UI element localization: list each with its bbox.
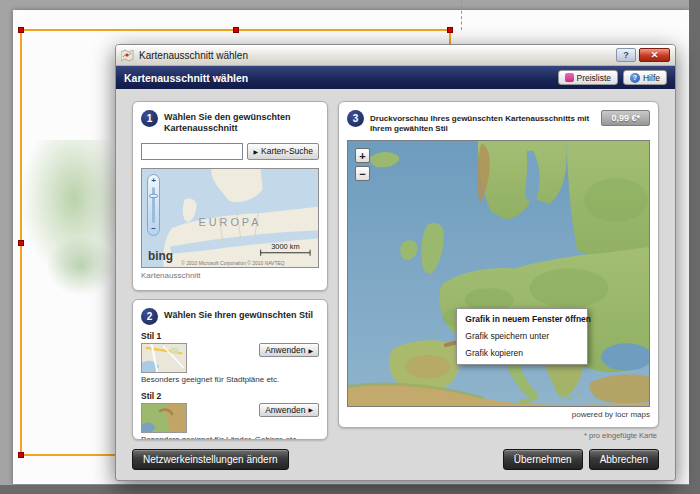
step3-title: Druckvorschau Ihres gewünschten Kartenau… bbox=[370, 110, 595, 134]
header-title: Kartenausschnitt wählen bbox=[124, 72, 248, 84]
context-menu-item-open[interactable]: Grafik in neuem Fenster öffnen bbox=[459, 311, 585, 328]
app-frame-edge bbox=[0, 485, 700, 494]
preisliste-label: Preisliste bbox=[577, 73, 611, 83]
bing-logo: bing bbox=[148, 248, 173, 262]
titlebar-help-button[interactable]: ? bbox=[616, 48, 636, 62]
price-footnote: * pro eingefügte Karte bbox=[338, 428, 659, 440]
price-tag-icon bbox=[565, 73, 574, 82]
right-column: 3 Druckvorschau Ihres gewünschten Karten… bbox=[338, 101, 659, 440]
step2-number-badge: 2 bbox=[141, 308, 158, 325]
close-icon: ✕ bbox=[651, 50, 659, 60]
zoom-slider-track[interactable] bbox=[152, 187, 155, 223]
play-icon: ▶ bbox=[308, 406, 313, 413]
step3-number-badge: 3 bbox=[347, 110, 364, 127]
play-icon: ▶ bbox=[253, 148, 258, 155]
style1-thumbnail[interactable] bbox=[141, 343, 187, 373]
dialog-header-bar: Kartenausschnitt wählen Preisliste ? Hil… bbox=[116, 66, 675, 89]
scale-label: 3000 km bbox=[271, 241, 299, 250]
header-buttons: Preisliste ? Hilfe bbox=[558, 70, 668, 85]
powered-by-label: powered by locr maps bbox=[347, 407, 650, 419]
context-menu-item-copy[interactable]: Grafik kopieren bbox=[459, 345, 585, 362]
style2-apply-button[interactable]: Anwenden ▶ bbox=[259, 403, 319, 417]
step1-panel: 1 Wählen Sie den gewünschten Kartenaussc… bbox=[132, 101, 328, 291]
style2-thumbnail[interactable] bbox=[141, 403, 187, 433]
step2-panel: 2 Wählen Sie Ihren gewünschten Stil Stil… bbox=[132, 299, 328, 440]
preview-zoom-controls: + − bbox=[355, 148, 370, 181]
network-settings-button[interactable]: Netzwerkeinstellungen ändern bbox=[132, 449, 289, 470]
dialog-content: 1 Wählen Sie den gewünschten Kartenaussc… bbox=[116, 89, 675, 442]
style1-apply-button[interactable]: Anwenden ▶ bbox=[259, 343, 319, 357]
play-icon: ▶ bbox=[308, 347, 313, 354]
left-column: 1 Wählen Sie den gewünschten Kartenaussc… bbox=[132, 101, 328, 440]
step1-title: Wählen Sie den gewünschten Kartenausschn… bbox=[164, 110, 319, 135]
zoom-slider-handle[interactable] bbox=[149, 194, 158, 198]
price-badge: 0,99 €* bbox=[601, 110, 650, 126]
style1-name: Stil 1 bbox=[141, 331, 319, 341]
map-search-input[interactable] bbox=[141, 143, 243, 160]
overview-map[interactable]: EUROPA 3000 km bing © 2010 Microsoft Cor… bbox=[141, 168, 319, 268]
map-selection-dialog: Kartenausschnitt wählen ? ✕ Kartenaussch… bbox=[115, 44, 676, 481]
zoom-in-button[interactable]: + bbox=[355, 148, 370, 163]
apply-button[interactable]: Übernehmen bbox=[503, 449, 583, 470]
region-label: EUROPA bbox=[199, 216, 262, 228]
app-frame-edge bbox=[689, 0, 700, 494]
zoom-out-icon[interactable]: − bbox=[151, 225, 156, 233]
hilfe-button[interactable]: ? Hilfe bbox=[623, 70, 667, 85]
preisliste-button[interactable]: Preisliste bbox=[558, 70, 618, 85]
question-icon: ? bbox=[623, 50, 629, 60]
overview-map-image: EUROPA 3000 km bing © 2010 Microsoft Cor… bbox=[142, 169, 318, 267]
map-copyright: © 2010 Microsoft Corporation © 2010 NAVT… bbox=[181, 259, 284, 265]
zoom-out-button[interactable]: − bbox=[355, 166, 370, 181]
step3-panel: 3 Druckvorschau Ihres gewünschten Karten… bbox=[338, 101, 659, 428]
cancel-button[interactable]: Abbrechen bbox=[589, 449, 659, 470]
step2-title: Wählen Sie Ihren gewünschten Stil bbox=[164, 308, 313, 321]
dialog-footer: Netzwerkeinstellungen ändern Übernehmen … bbox=[116, 442, 675, 480]
map-search-label: Karten-Suche bbox=[261, 146, 313, 156]
close-button[interactable]: ✕ bbox=[639, 48, 670, 62]
map-icon bbox=[121, 49, 134, 62]
minimap-caption: Kartenausschnitt bbox=[141, 271, 319, 280]
step1-number-badge: 1 bbox=[141, 110, 158, 127]
selection-handle[interactable] bbox=[18, 452, 24, 458]
guide-line bbox=[461, 0, 462, 30]
style2-description: Besonders geeignet für Länder, Gebirge e… bbox=[141, 435, 319, 440]
selection-handle[interactable] bbox=[18, 240, 24, 246]
style1-apply-label: Anwenden bbox=[265, 345, 305, 355]
style2-name: Stil 2 bbox=[141, 391, 319, 401]
dialog-titlebar[interactable]: Kartenausschnitt wählen ? ✕ bbox=[116, 45, 675, 66]
selection-handle[interactable] bbox=[233, 27, 239, 33]
style1-description: Besonders geeignet für Stadtpläne etc. bbox=[141, 375, 319, 385]
selection-handle[interactable] bbox=[18, 27, 24, 33]
dialog-title: Kartenausschnitt wählen bbox=[139, 50, 248, 61]
map-zoom-control[interactable]: + − bbox=[147, 174, 160, 236]
style2-apply-label: Anwenden bbox=[265, 405, 305, 415]
map-preview-image bbox=[348, 141, 649, 406]
hilfe-label: Hilfe bbox=[643, 73, 660, 83]
titlebar-buttons: ? ✕ bbox=[616, 48, 670, 62]
context-menu: Grafik in neuem Fenster öffnen Grafik sp… bbox=[456, 308, 588, 365]
zoom-in-icon[interactable]: + bbox=[151, 177, 156, 185]
help-icon: ? bbox=[630, 73, 640, 83]
map-preview[interactable]: + − Grafik in neuem Fenster öffnen Grafi… bbox=[347, 140, 650, 407]
context-menu-item-save[interactable]: Grafik speichern unter bbox=[459, 328, 585, 345]
selection-handle[interactable] bbox=[447, 27, 453, 33]
map-search-button[interactable]: ▶ Karten-Suche bbox=[247, 143, 319, 160]
